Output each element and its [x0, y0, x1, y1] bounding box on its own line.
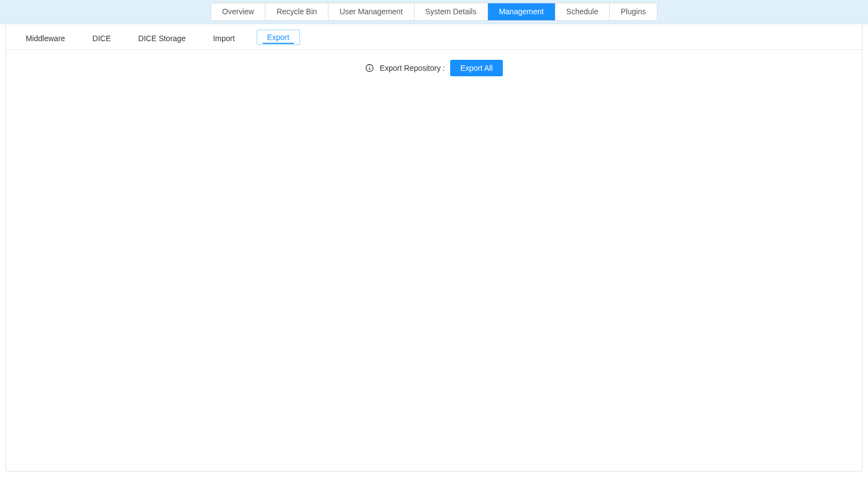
top-tab-system-details[interactable]: System Details	[415, 3, 488, 21]
top-tab-overview[interactable]: Overview	[211, 3, 265, 21]
export-all-button[interactable]: Export All	[450, 60, 502, 76]
top-tab-recycle-bin[interactable]: Recycle Bin	[265, 3, 328, 21]
sub-tab-dice-storage[interactable]: DICE Storage	[133, 31, 191, 48]
sub-tab-middleware[interactable]: Middleware	[20, 31, 71, 48]
top-tab-schedule[interactable]: Schedule	[555, 3, 610, 21]
content-panel: Middleware DICE DICE Storage Import Expo…	[5, 24, 863, 471]
top-tab-management[interactable]: Management	[488, 3, 555, 21]
export-repository-label: Export Repository :	[379, 64, 445, 72]
sub-tab-export[interactable]: Export	[257, 30, 299, 45]
top-tab-user-management[interactable]: User Management	[328, 3, 414, 21]
content-body: Export Repository : Export All	[6, 50, 862, 86]
top-tabs-group: Overview Recycle Bin User Management Sys…	[211, 3, 657, 21]
top-banner: Overview Recycle Bin User Management Sys…	[0, 0, 868, 24]
export-row: Export Repository : Export All	[365, 60, 502, 76]
top-tab-plugins[interactable]: Plugins	[610, 3, 657, 21]
info-icon	[365, 64, 374, 72]
sub-tabs-bar: Middleware DICE DICE Storage Import Expo…	[6, 24, 862, 50]
sub-tab-dice[interactable]: DICE	[87, 31, 116, 48]
sub-tab-import[interactable]: Import	[207, 31, 240, 48]
